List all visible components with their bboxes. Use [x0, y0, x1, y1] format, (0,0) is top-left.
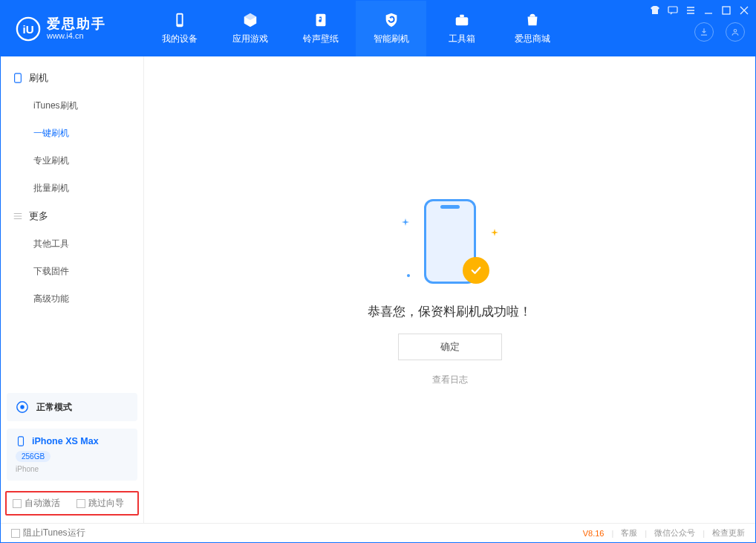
footer-link-check-update[interactable]: 检查更新	[712, 527, 745, 539]
tab-my-device[interactable]: 我的设备	[144, 1, 215, 56]
svg-point-14	[407, 274, 410, 277]
svg-text:iU: iU	[22, 22, 33, 35]
highlighted-checkbox-row: 自动激活 跳过向导	[5, 491, 139, 516]
sidebar-item-oneclick-flash[interactable]: 一键刷机	[7, 120, 137, 147]
account-button[interactable]	[726, 22, 745, 42]
shopping-bag-icon	[524, 12, 541, 28]
checkbox-icon	[76, 499, 85, 508]
cube-icon	[242, 12, 258, 28]
success-message: 恭喜您，保资料刷机成功啦！	[368, 303, 532, 320]
title-bar: iU 爱思助手 www.i4.cn 我的设备 应用游戏 铃声壁纸 智能刷机 工具…	[1, 1, 755, 56]
checkbox-icon	[13, 499, 22, 508]
device-card[interactable]: iPhone XS Max 256GB iPhone	[7, 429, 137, 481]
view-log-link[interactable]: 查看日志	[432, 374, 468, 386]
sidebar-item-download-firmware[interactable]: 下载固件	[7, 258, 137, 285]
storage-badge: 256GB	[16, 451, 50, 462]
tab-toolbox[interactable]: 工具箱	[426, 1, 497, 56]
checkbox-icon	[11, 529, 20, 538]
ok-button[interactable]: 确定	[398, 334, 502, 360]
sidebar: 刷机 iTunes刷机 一键刷机 专业刷机 批量刷机 更多 其他工具 下载固件 …	[1, 56, 144, 523]
svg-rect-5	[455, 17, 468, 25]
svg-rect-13	[19, 437, 24, 446]
svg-point-9	[734, 30, 737, 33]
svg-rect-10	[15, 74, 22, 82]
sidebar-item-other-tools[interactable]: 其他工具	[7, 230, 137, 258]
success-illustration	[402, 193, 498, 290]
window-controls	[650, 5, 749, 16]
device-icon	[16, 436, 26, 446]
sparkle-icon	[405, 269, 412, 276]
version-label: V8.16	[583, 529, 605, 538]
tab-smart-flash[interactable]: 智能刷机	[356, 1, 426, 56]
toolbox-icon	[454, 12, 470, 28]
svg-rect-3	[177, 15, 182, 25]
menu-icon[interactable]	[685, 5, 696, 16]
sidebar-item-pro-flash[interactable]: 专业刷机	[7, 147, 137, 175]
sparkle-icon	[402, 215, 409, 223]
header-right-buttons	[694, 22, 745, 42]
tablet-icon	[13, 73, 23, 83]
sidebar-item-batch-flash[interactable]: 批量刷机	[7, 175, 137, 202]
checkbox-auto-activate[interactable]: 自动激活	[13, 497, 60, 510]
mode-card[interactable]: 正常模式	[7, 393, 137, 421]
svg-point-12	[20, 405, 24, 409]
top-tabs: 我的设备 应用游戏 铃声壁纸 智能刷机 工具箱 爱思商城	[144, 1, 567, 56]
tab-apps-games[interactable]: 应用游戏	[215, 1, 285, 56]
download-button[interactable]	[694, 22, 714, 42]
tab-ringtones-wallpapers[interactable]: 铃声壁纸	[285, 1, 356, 56]
phone-icon	[172, 12, 188, 28]
refresh-shield-icon	[383, 12, 400, 28]
svg-rect-8	[723, 7, 730, 14]
svg-rect-7	[668, 7, 677, 13]
checkbox-skip-guide[interactable]: 跳过向导	[76, 497, 124, 510]
logo-icon: iU	[16, 16, 41, 42]
status-bar: 阻止iTunes运行 V8.16 | 客服 | 微信公众号 | 检查更新	[1, 523, 755, 542]
app-logo: iU 爱思助手 www.i4.cn	[1, 1, 144, 56]
svg-rect-6	[460, 15, 464, 18]
footer-link-support[interactable]: 客服	[621, 527, 637, 539]
maximize-button[interactable]	[721, 5, 731, 16]
app-name-cn: 爱思助手	[47, 17, 106, 30]
checkbox-block-itunes[interactable]: 阻止iTunes运行	[11, 527, 85, 539]
app-name-en: www.i4.cn	[47, 32, 106, 40]
close-button[interactable]	[739, 5, 749, 16]
main-content: 恭喜您，保资料刷机成功啦！ 确定 查看日志	[144, 56, 755, 523]
minimize-button[interactable]	[703, 5, 714, 16]
device-sub: iPhone	[16, 465, 128, 473]
footer-link-wechat[interactable]: 微信公众号	[654, 527, 695, 539]
sidebar-group-flash[interactable]: 刷机	[7, 64, 137, 92]
list-icon	[13, 211, 23, 221]
tshirt-icon[interactable]	[650, 5, 660, 16]
checkmark-badge-icon	[463, 257, 489, 284]
mode-icon	[16, 400, 29, 414]
music-file-icon	[313, 12, 329, 28]
sidebar-group-more[interactable]: 更多	[7, 202, 137, 230]
feedback-icon[interactable]	[668, 5, 678, 16]
sidebar-item-itunes-flash[interactable]: iTunes刷机	[7, 92, 137, 120]
sparkle-icon	[491, 226, 498, 233]
sidebar-item-advanced[interactable]: 高级功能	[7, 285, 137, 313]
tab-store[interactable]: 爱思商城	[497, 1, 567, 56]
